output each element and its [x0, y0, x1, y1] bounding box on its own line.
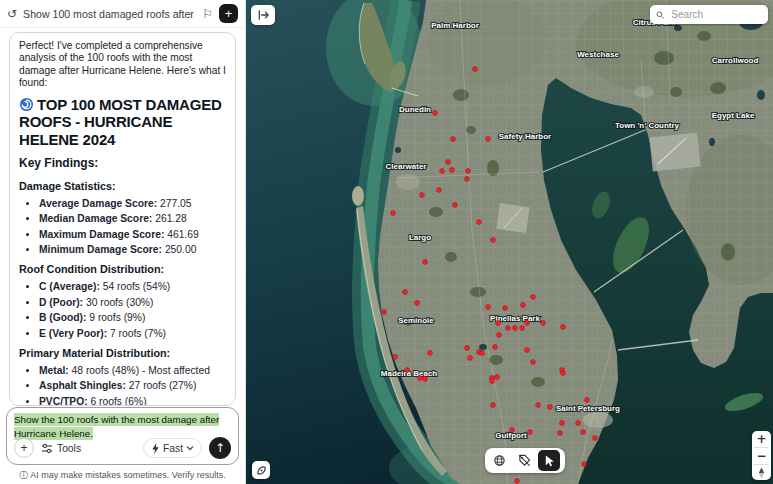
message-title-text: TOP 100 MOST DAMAGED ROOFS - HURRICANE H…: [19, 96, 222, 148]
roof-damage-marker[interactable]: [497, 333, 502, 338]
expand-panel-icon: [257, 9, 270, 21]
bullet-list: C (Average): 54 roofs (54%)D (Poor): 30 …: [19, 282, 226, 339]
roof-damage-marker[interactable]: [420, 193, 425, 198]
roof-damage-marker[interactable]: [437, 188, 442, 193]
roof-damage-marker[interactable]: [558, 431, 563, 436]
roof-damage-marker[interactable]: [506, 326, 511, 331]
section-heading: Primary Material Distribution:: [19, 347, 226, 359]
bullet-item: E (Very Poor): 7 roofs (7%): [39, 329, 226, 340]
map-place-label: Carrollwood: [712, 56, 759, 65]
roof-damage-marker[interactable]: [391, 211, 396, 216]
roof-damage-marker[interactable]: [382, 310, 387, 315]
roof-damage-marker[interactable]: [405, 368, 410, 373]
zoom-in-button[interactable]: +: [752, 431, 771, 447]
compass-needle-icon: [757, 467, 766, 479]
roof-damage-marker[interactable]: [415, 301, 420, 306]
flag-icon[interactable]: ⚐: [202, 7, 213, 21]
roof-damage-marker[interactable]: [582, 462, 587, 467]
sidebar-toggle-button[interactable]: [251, 5, 275, 25]
roof-damage-marker[interactable]: [536, 403, 541, 408]
roof-damage-marker[interactable]: [513, 326, 518, 331]
select-tool-button[interactable]: [538, 450, 560, 471]
basemap-layers-button[interactable]: [488, 450, 510, 471]
bullet-item: Median Damage Score: 261.28: [39, 214, 226, 225]
roof-damage-marker[interactable]: [495, 375, 500, 380]
roof-damage-marker[interactable]: [525, 321, 530, 326]
roof-damage-marker[interactable]: [510, 428, 515, 433]
roof-damage-marker[interactable]: [473, 67, 478, 72]
roof-damage-marker[interactable]: [465, 346, 470, 351]
roof-damage-marker[interactable]: [585, 398, 590, 403]
composer[interactable]: Show the 100 roofs with the most damage …: [6, 407, 239, 465]
roof-damage-marker[interactable]: [561, 325, 566, 330]
cyclone-icon: [19, 97, 34, 112]
roof-damage-marker[interactable]: [393, 355, 398, 360]
roof-damage-marker[interactable]: [525, 348, 530, 353]
globe-layers-icon: [493, 454, 506, 467]
roof-damage-marker[interactable]: [486, 137, 491, 142]
roof-damage-marker[interactable]: [491, 238, 496, 243]
satellite-map-canvas[interactable]: Palm HarborCitrus ParkWestchaseCarrollwo…: [246, 0, 773, 484]
roof-damage-marker[interactable]: [440, 169, 445, 174]
chat-topbar: ↺ Show 100 most damaged roofs after Hurr…: [0, 0, 245, 28]
roof-damage-marker[interactable]: [515, 479, 520, 484]
model-selector[interactable]: Fast: [143, 438, 202, 458]
send-button[interactable]: ↑: [209, 437, 231, 459]
roof-damage-marker[interactable]: [418, 376, 423, 381]
roof-damage-marker[interactable]: [593, 436, 598, 441]
zoom-controls: + −: [752, 431, 771, 480]
map-place-label: Seminole: [398, 316, 434, 325]
roof-damage-marker[interactable]: [423, 377, 428, 382]
section-heading: Damage Statistics:: [19, 180, 226, 192]
roof-damage-marker[interactable]: [528, 430, 533, 435]
roof-damage-marker[interactable]: [468, 356, 473, 361]
app-window: ↺ Show 100 most damaged roofs after Hurr…: [0, 0, 773, 484]
roof-damage-marker[interactable]: [531, 360, 536, 365]
roof-damage-marker[interactable]: [581, 430, 586, 435]
roof-damage-marker[interactable]: [451, 137, 456, 142]
roof-damage-marker[interactable]: [403, 290, 408, 295]
roof-damage-marker[interactable]: [493, 345, 498, 350]
labels-toggle-button[interactable]: [513, 450, 535, 471]
roof-damage-marker[interactable]: [576, 421, 581, 426]
history-icon[interactable]: ↺: [7, 7, 17, 21]
disclaimer-text: AI may make mistakes sometimes. Verify r…: [30, 470, 226, 480]
key-findings-heading: Key Findings:: [19, 156, 226, 170]
roof-damage-marker[interactable]: [433, 111, 438, 116]
map-attribution-button[interactable]: [252, 461, 270, 479]
roof-damage-marker[interactable]: [423, 260, 428, 265]
roof-damage-marker[interactable]: [531, 295, 536, 300]
roof-damage-marker[interactable]: [560, 421, 565, 426]
bullet-list: Metal: 48 roofs (48%) - Most affectedAsp…: [19, 366, 226, 406]
map-search-box[interactable]: [650, 5, 768, 24]
roof-damage-marker[interactable]: [480, 351, 485, 356]
roof-damage-marker[interactable]: [446, 160, 451, 165]
roof-damage-marker[interactable]: [450, 168, 455, 173]
roof-damage-marker[interactable]: [428, 351, 433, 356]
roof-damage-marker[interactable]: [521, 303, 526, 308]
roof-damage-marker[interactable]: [466, 169, 471, 174]
sliders-icon: [41, 443, 53, 454]
roof-damage-marker[interactable]: [490, 379, 495, 384]
roof-damage-marker[interactable]: [496, 321, 501, 326]
zoom-out-button[interactable]: −: [752, 448, 771, 464]
roof-damage-marker[interactable]: [503, 306, 508, 311]
roof-damage-marker[interactable]: [541, 321, 546, 326]
chevron-down-icon: [186, 445, 194, 451]
roof-damage-marker[interactable]: [477, 220, 482, 225]
attach-button[interactable]: +: [14, 438, 34, 458]
new-chat-button[interactable]: +: [219, 4, 238, 23]
compass-button[interactable]: [752, 465, 771, 480]
roof-damage-marker[interactable]: [491, 403, 496, 408]
model-label: Fast: [163, 443, 183, 454]
search-input[interactable]: [669, 8, 762, 21]
section-heading: Roof Condition Distribution:: [19, 263, 226, 275]
roof-damage-marker[interactable]: [561, 371, 566, 376]
roof-damage-marker[interactable]: [548, 405, 553, 410]
roof-damage-marker[interactable]: [520, 326, 525, 331]
bullet-item: Maximum Damage Score: 461.69: [39, 230, 226, 241]
roof-damage-marker[interactable]: [465, 177, 470, 182]
tools-button[interactable]: Tools: [41, 443, 81, 454]
roof-damage-marker[interactable]: [453, 203, 458, 208]
roof-damage-marker[interactable]: [486, 305, 491, 310]
